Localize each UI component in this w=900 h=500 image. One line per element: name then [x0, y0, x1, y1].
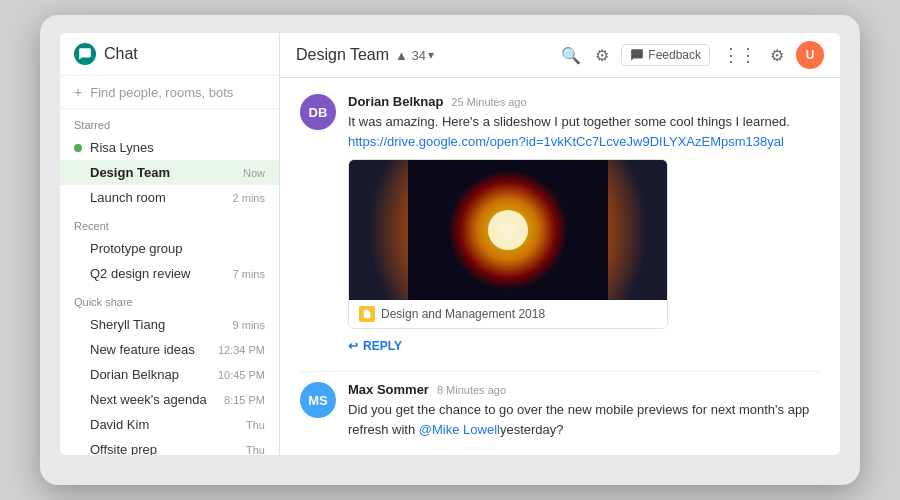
message-group: MS Max Sommer 8 Minutes ago Did you get …	[300, 382, 820, 439]
sidebar: Chat + Find people, rooms, bots Starred …	[60, 33, 280, 455]
message-author: Max Sommer	[348, 382, 429, 397]
room-title: Design Team	[296, 46, 389, 64]
sidebar-item-q2-review[interactable]: Q2 design review 7 mins	[60, 261, 279, 286]
sidebar-item-david[interactable]: David Kim Thu	[60, 412, 279, 437]
search-icon: +	[74, 84, 82, 100]
avatar: MS	[300, 382, 336, 418]
sidebar-header: Chat	[60, 33, 279, 76]
sidebar-item-time: 9 mins	[233, 319, 265, 331]
message-body: Max Sommer 8 Minutes ago Did you get the…	[348, 382, 820, 439]
svg-point-2	[488, 210, 528, 250]
sidebar-item-name: Q2 design review	[90, 266, 233, 281]
starred-label: Starred	[60, 109, 279, 135]
avatar: DB	[300, 94, 336, 130]
message-link[interactable]: https://drive.google.com/open?id=1vkKtCc…	[348, 134, 784, 149]
sidebar-item-name: Prototype group	[90, 241, 265, 256]
sidebar-item-dorian[interactable]: Dorian Belknap 10:45 PM	[60, 362, 279, 387]
search-icon[interactable]: 🔍	[559, 44, 583, 67]
sidebar-item-time: 7 mins	[233, 268, 265, 280]
message-text-content: Did you get the chance to go over the ne…	[348, 402, 809, 437]
message-image-photo	[349, 160, 667, 300]
search-placeholder: Find people, rooms, bots	[90, 85, 233, 100]
sidebar-search[interactable]: + Find people, rooms, bots	[60, 76, 279, 109]
message-time: 25 Minutes ago	[451, 96, 526, 108]
sidebar-item-name: Sheryll Tiang	[90, 317, 233, 332]
chat-logo	[74, 43, 96, 65]
sidebar-item-time: 12:34 PM	[218, 344, 265, 356]
sidebar-item-name: Launch room	[90, 190, 233, 205]
message-header: Dorian Belknap 25 Minutes ago	[348, 94, 820, 109]
doc-icon	[359, 306, 375, 322]
settings-icon[interactable]: ⚙	[593, 44, 611, 67]
app-title: Chat	[104, 45, 138, 63]
sidebar-item-time: Thu	[246, 419, 265, 431]
card-caption: Design and Management 2018	[381, 307, 545, 321]
sidebar-item-offsite[interactable]: Offsite prep Thu	[60, 437, 279, 455]
messages-container[interactable]: DB Dorian Belknap 25 Minutes ago It was …	[280, 78, 840, 455]
sidebar-item-time: Thu	[246, 444, 265, 456]
message-text-suffix: yesterday?	[500, 422, 564, 437]
reply-arrow-icon: ↩	[348, 339, 358, 353]
member-count: ▲ 34	[395, 48, 426, 63]
message-text: It was amazing. Here's a slideshow I put…	[348, 112, 820, 151]
sidebar-item-risa[interactable]: Risa Lynes	[60, 135, 279, 160]
header-actions: 🔍 ⚙ Feedback ⋮⋮ ⚙ U	[559, 41, 824, 69]
reply-label: REPLY	[363, 339, 402, 353]
reply-button[interactable]: ↩ REPLY	[348, 339, 820, 353]
sidebar-item-time: Now	[243, 167, 265, 179]
feedback-button[interactable]: Feedback	[621, 44, 710, 66]
user-avatar[interactable]: U	[796, 41, 824, 69]
sidebar-item-name: Next week's agenda	[90, 392, 224, 407]
sidebar-item-next-week[interactable]: Next week's agenda 8:15 PM	[60, 387, 279, 412]
message-header: Max Sommer 8 Minutes ago	[348, 382, 820, 397]
sidebar-item-name: New feature ideas	[90, 342, 218, 357]
online-dot	[74, 144, 82, 152]
grid-icon[interactable]: ⋮⋮	[720, 42, 758, 68]
sidebar-item-time: 2 mins	[233, 192, 265, 204]
mention: @Mike Lowell	[419, 422, 500, 437]
recent-label: Recent	[60, 210, 279, 236]
account-icon[interactable]: ⚙	[768, 44, 786, 67]
message-text-content: It was amazing. Here's a slideshow I put…	[348, 114, 790, 129]
main-content: Design Team ▲ 34 ▾ 🔍 ⚙ Feedback ⋮⋮ ⚙ U	[280, 33, 840, 455]
message-image-card: Design and Management 2018	[348, 159, 668, 329]
sidebar-content: Starred Risa Lynes Design Team Now Launc…	[60, 109, 279, 455]
main-header: Design Team ▲ 34 ▾ 🔍 ⚙ Feedback ⋮⋮ ⚙ U	[280, 33, 840, 78]
message-image-caption: Design and Management 2018	[349, 300, 667, 328]
message-group: DB Dorian Belknap 25 Minutes ago It was …	[300, 94, 820, 353]
sidebar-item-prototype[interactable]: Prototype group	[60, 236, 279, 261]
sidebar-item-name: David Kim	[90, 417, 246, 432]
feedback-label: Feedback	[648, 48, 701, 62]
sidebar-item-launch-room[interactable]: Launch room 2 mins	[60, 185, 279, 210]
sidebar-item-time: 10:45 PM	[218, 369, 265, 381]
message-body: Dorian Belknap 25 Minutes ago It was ama…	[348, 94, 820, 353]
message-time: 8 Minutes ago	[437, 384, 506, 396]
message-text: Did you get the chance to go over the ne…	[348, 400, 820, 439]
sidebar-item-name: Risa Lynes	[90, 140, 265, 155]
quickshare-label: Quick share	[60, 286, 279, 312]
message-author: Dorian Belknap	[348, 94, 443, 109]
separator	[300, 371, 820, 372]
sidebar-item-sheryll[interactable]: Sheryll Tiang 9 mins	[60, 312, 279, 337]
sidebar-item-design-team[interactable]: Design Team Now	[60, 160, 279, 185]
sidebar-item-feature-ideas[interactable]: New feature ideas 12:34 PM	[60, 337, 279, 362]
sidebar-item-time: 8:15 PM	[224, 394, 265, 406]
sidebar-item-name: Design Team	[90, 165, 243, 180]
dropdown-icon[interactable]: ▾	[428, 48, 434, 62]
sidebar-item-name: Offsite prep	[90, 442, 246, 455]
sidebar-item-name: Dorian Belknap	[90, 367, 218, 382]
